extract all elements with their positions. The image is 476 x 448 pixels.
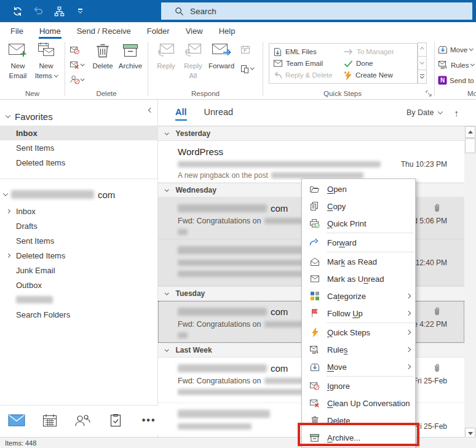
menu-item-clean-up-conversation[interactable]: Clean Up Conversation [302,394,415,412]
favorites-header[interactable]: Favorites [0,107,157,126]
menu-tab-send-receive[interactable]: Send / Receive [69,22,139,39]
quick-step-done[interactable]: Done [344,58,415,69]
reply-button[interactable]: Reply [153,42,179,70]
more-respond-actions-icon[interactable] [240,63,254,74]
reply-icon [156,42,176,60]
menu-item-label: Open [327,185,347,194]
sidebar-item-outbox[interactable]: Outbox [0,278,157,292]
quick-steps-more[interactable] [418,70,427,84]
message-list-scrollbar[interactable] [464,126,476,439]
attachment-paperclip-icon [433,306,441,316]
sidebar-item-deleted-items[interactable]: Deleted Items [0,248,157,263]
menu-item-move[interactable]: Move [302,358,415,375]
quick-step-to-manager[interactable]: To Manager [344,46,415,57]
menu-item-categorize[interactable]: Categorize [302,287,415,305]
sidebar-item-sent-items[interactable]: Sent Items [0,140,157,155]
ribbon-rules-button[interactable]: Rules [438,60,474,70]
meeting-icon[interactable] [240,44,254,55]
customize-toolbar-chevron[interactable] [74,5,86,17]
done-icon [344,60,353,68]
reply-label: Reply [157,62,175,70]
menu-item-rules[interactable]: Rules [302,341,415,358]
sidebar-item-deleted-items[interactable]: Deleted Items [0,155,157,170]
scroll-up-button[interactable] [465,126,475,138]
reply-delete-icon [273,71,282,79]
quick-step-reply-delete[interactable]: Reply & Delete [273,70,344,81]
sort-by-control[interactable]: By Date [407,108,448,117]
scroll-thumb[interactable] [465,138,475,153]
group-label-new: New [0,90,65,97]
quick-steps-scroll-down[interactable] [418,56,427,70]
nav-people-icon[interactable] [74,412,92,428]
email-row[interactable]: WordPressThu 10:23 PMA new pingback on t… [158,141,464,183]
quick-access-toolbar [0,5,86,17]
ribbon-send-to-button[interactable]: NSend to [438,75,474,86]
account-header[interactable]: com [0,185,157,204]
email-sender: WordPress [178,146,223,157]
menu-tab-home[interactable]: Home [31,22,69,39]
forward-button[interactable]: Forward [206,42,237,70]
email-preview: A new pingback on the post [178,171,268,180]
quick-steps-dialog-launcher[interactable] [426,90,432,97]
nav-more-icon[interactable]: ••• [140,412,158,428]
quick-step-create-new[interactable]: Create New [344,70,415,81]
collapse-folder-pane-button[interactable] [149,105,153,114]
quick-steps-scroll-up[interactable] [418,42,427,57]
follow-up-icon [309,308,320,319]
tab-unread[interactable]: Unread [204,107,234,118]
group-header-yesterday[interactable]: Yesterday [158,126,464,141]
new-email-button[interactable]: New Email [5,42,31,80]
menu-item-open[interactable]: Open [302,180,415,198]
undo-icon[interactable] [32,5,44,17]
sidebar-item-inbox[interactable]: Inbox [0,204,157,218]
menu-tab-help[interactable]: Help [211,22,244,39]
menu-item-mark-as-read[interactable]: Mark as Read [302,253,415,270]
sidebar-item-redacted[interactable] [0,292,157,307]
ignore-small-button[interactable] [69,45,84,55]
group-expander-icon [165,187,169,191]
menu-tab-view[interactable]: View [178,22,211,39]
sort-direction-icon[interactable]: ↑ [454,108,476,118]
expander-icon[interactable] [6,254,10,257]
tab-all[interactable]: All [175,107,187,118]
archive-button[interactable]: Archive [116,42,145,70]
menu-tab-file[interactable]: File [2,22,31,39]
ribbon-move-button[interactable]: Move [438,44,474,55]
sidebar-item-inbox[interactable]: Inbox [0,126,157,140]
new-items-button[interactable]: New Items [32,42,60,80]
search-input[interactable]: Search [161,2,472,20]
sync-icon[interactable] [11,5,23,17]
sidebar-item-junk-email[interactable]: Junk Email [0,263,157,278]
nav-mail-icon[interactable] [7,412,26,428]
menu-item-copy[interactable]: Copy [302,198,415,215]
menu-item-label: Clean Up Conversation [327,399,410,408]
menu-item-ignore[interactable]: Ignore [302,377,415,394]
menu-item-mark-as-unread[interactable]: Mark as Unread [302,270,415,287]
sidebar-divider [0,178,157,179]
delete-items-small-button[interactable] [69,60,84,70]
menu-tab-folder[interactable]: Folder [139,22,178,39]
expander-icon[interactable] [6,209,10,213]
nav-calendar-icon[interactable] [41,412,59,428]
email-sender: com [271,306,288,317]
sidebar-item-sent-items[interactable]: Sent Items [0,233,157,248]
quick-step-team-email[interactable]: Team Email [273,58,344,69]
redacted-subject [178,161,381,167]
menu-item-quick-steps[interactable]: Quick Steps [302,324,415,341]
email-subject-line: Thu 10:23 PM [178,158,447,170]
email-sender: com [271,363,288,374]
menu-item-follow-up[interactable]: Follow Up [302,305,415,322]
menu-item-forward[interactable]: Forward [302,234,415,251]
menu-item-quick-print[interactable]: Quick Print [302,215,415,232]
menu-item-label: Mark as Read [327,257,377,266]
account-name-suffix: com [98,190,115,200]
quick-step-eml-files[interactable]: EML Files [273,46,344,57]
send-receive-groups-icon[interactable] [53,5,65,17]
nav-tasks-icon[interactable] [106,412,125,428]
delete-button[interactable]: Delete [90,42,116,70]
to-manager-icon [344,48,354,55]
sidebar-item-drafts[interactable]: Drafts [0,218,157,233]
sidebar-item-search-folders[interactable]: Search Folders [0,307,157,322]
block-sender-small-button[interactable] [69,74,84,85]
reply-all-button[interactable]: Reply All [180,42,206,80]
